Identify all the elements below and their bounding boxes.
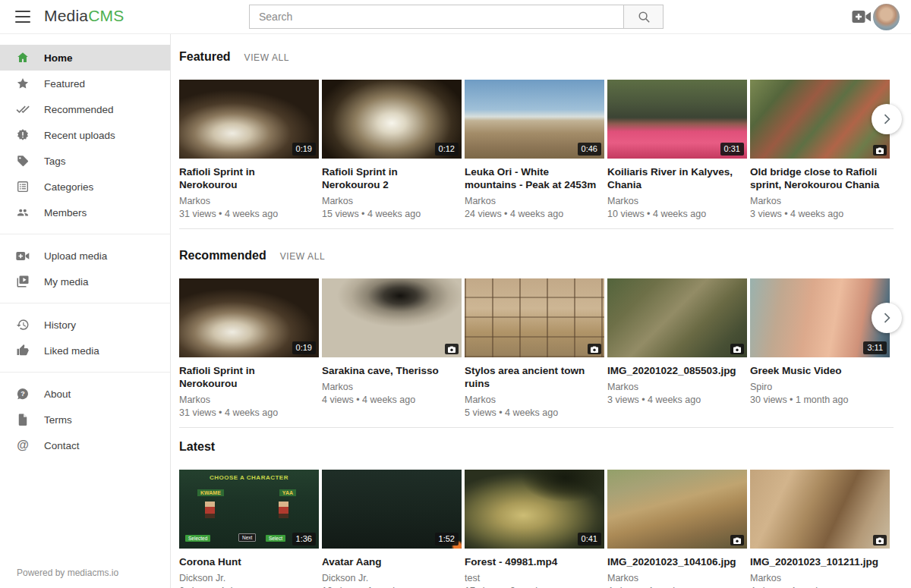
media-thumbnail[interactable]: 0:12 [322, 80, 462, 159]
media-thumbnail[interactable] [465, 278, 604, 357]
sidebar-item-categories[interactable]: Categories [0, 174, 170, 200]
sidebar-item-label: History [44, 319, 76, 331]
main-content: Featured VIEW ALL 0:19 Rafioli Sprint in… [171, 34, 911, 588]
media-author[interactable]: Markos [465, 395, 600, 405]
duration-badge: 3:11 [863, 341, 887, 354]
media-author[interactable]: Markos [607, 573, 742, 583]
media-thumbnail[interactable]: 0:46 [465, 80, 604, 159]
duration-badge: 0:41 [578, 533, 601, 546]
media-title[interactable]: Avatar Aang [322, 555, 457, 568]
search-input[interactable] [249, 5, 624, 29]
sidebar-item-featured[interactable]: Featured [0, 71, 170, 96]
duration-badge: 0:46 [578, 143, 601, 156]
media-title[interactable]: Greek Music Video [750, 364, 885, 377]
media-title[interactable]: Forest - 49981.mp4 [465, 555, 600, 568]
media-card: 0:19 Rafioli Sprint in Nerokourou Markos… [179, 278, 319, 418]
scroll-next-button[interactable] [872, 104, 902, 134]
sidebar-item-terms[interactable]: Terms [0, 407, 170, 432]
media-author[interactable]: Markos [607, 382, 742, 392]
media-title[interactable]: Rafioli Sprint in Nerokourou [179, 165, 314, 191]
media-author[interactable]: Markos [179, 395, 314, 405]
media-meta: 31 views • 4 weeks ago [179, 407, 314, 418]
sidebar-item-members[interactable]: Members [0, 200, 170, 225]
sidebar-item-contact[interactable]: @ Contact [0, 432, 170, 458]
media-author[interactable]: Markos [750, 196, 885, 206]
tag-icon [16, 154, 30, 168]
media-title[interactable]: Rafioli Sprint in Nerokourou 2 [322, 165, 457, 191]
sidebar-item-label: Tags [44, 156, 66, 167]
sidebar-item-home[interactable]: Home [0, 45, 170, 71]
duration-badge: 1:36 [292, 533, 316, 546]
media-title[interactable]: Sarakina cave, Therisso [322, 364, 457, 377]
media-author[interactable]: Markos [465, 196, 600, 206]
upload-media-button[interactable] [852, 9, 872, 27]
media-title[interactable]: Stylos area ancient town ruins [465, 364, 600, 390]
media-thumbnail[interactable] [607, 470, 747, 549]
duration-badge: 0:12 [435, 143, 459, 156]
section-title: Latest [179, 440, 215, 454]
game-button: Select [266, 535, 285, 542]
media-author[interactable]: Dickson Jr. [179, 573, 314, 583]
game-character-sprite [279, 502, 288, 518]
people-icon [16, 206, 30, 219]
media-card: 0:12 Rafioli Sprint in Nerokourou 2 Mark… [322, 80, 462, 219]
media-title[interactable]: IMG_20201022_085503.jpg [607, 364, 742, 377]
media-title[interactable]: IMG_20201023_104106.jpg [607, 555, 742, 568]
section-title: Featured [179, 50, 231, 64]
sidebar-divider [0, 303, 170, 303]
view-all-link[interactable]: VIEW ALL [244, 52, 290, 63]
star-icon [16, 77, 30, 90]
view-all-link[interactable]: VIEW ALL [280, 251, 326, 262]
media-thumbnail[interactable] [322, 278, 462, 357]
media-title[interactable]: Corona Hunt [179, 555, 314, 568]
media-author[interactable]: Markos [179, 196, 314, 206]
media-title[interactable]: Old bridge close to Rafioli sprint, Nero… [750, 165, 885, 191]
media-thumbnail[interactable]: 0:41 [465, 470, 604, 549]
media-meta: 15 views • 4 weeks ago [322, 209, 457, 219]
sidebar-item-label: Upload media [44, 250, 107, 262]
search-button[interactable] [624, 5, 664, 29]
media-author[interactable]: Markos [322, 196, 457, 206]
media-author[interactable]: Dickson Jr. [322, 573, 457, 583]
media-author[interactable]: test [465, 573, 600, 583]
media-title[interactable]: IMG_20201023_101211.jpg [750, 555, 885, 568]
sidebar-item-recommended[interactable]: Recommended [0, 96, 170, 122]
sidebar-item-recent-uploads[interactable]: Recent uploads [0, 122, 170, 148]
media-thumbnail[interactable] [750, 470, 890, 549]
game-button: Next [238, 533, 256, 542]
media-title[interactable]: Rafioli Sprint in Nerokourou [179, 364, 314, 390]
media-thumbnail[interactable]: 0:19 [179, 278, 319, 357]
sidebar-item-upload-media[interactable]: Upload media [0, 243, 170, 269]
media-author[interactable]: Markos [750, 573, 885, 583]
new-releases-icon [16, 128, 30, 142]
media-card: IMG_20201022_085503.jpg Markos 3 views •… [607, 278, 747, 418]
media-thumbnail[interactable]: CHOOSE A CHARACTER KWAME YAA Selected Ne… [179, 470, 319, 549]
media-thumbnail[interactable] [750, 80, 890, 159]
sidebar-item-label: Recent uploads [44, 130, 115, 141]
media-author[interactable]: Markos [607, 196, 742, 206]
media-thumbnail[interactable] [607, 278, 747, 357]
media-author[interactable]: Spiro [750, 382, 885, 392]
sidebar-item-about[interactable]: ? About [0, 381, 170, 407]
sidebar-item-label: About [44, 388, 71, 400]
powered-by-link[interactable]: Powered by mediacms.io [0, 568, 170, 588]
media-card: IMG_20201023_101211.jpg Markos 4 views •… [750, 470, 890, 588]
media-card: 0:19 Rafioli Sprint in Nerokourou Markos… [179, 80, 319, 219]
duration-badge: 0:19 [292, 341, 316, 354]
sidebar-item-liked-media[interactable]: Liked media [0, 338, 170, 363]
media-thumbnail[interactable]: 0:19 [179, 80, 319, 159]
media-author[interactable]: Markos [322, 382, 457, 392]
featured-section-header: Featured VIEW ALL [179, 50, 911, 64]
sidebar-item-my-media[interactable]: My media [0, 269, 170, 294]
app-logo[interactable]: MediaCMS [44, 7, 124, 25]
media-title[interactable]: Koiliaris River in Kalyves, Chania [607, 165, 742, 191]
hamburger-menu-icon[interactable] [15, 11, 30, 23]
user-avatar[interactable] [873, 4, 900, 30]
media-thumbnail[interactable]: 1:52 [322, 470, 462, 549]
media-thumbnail[interactable]: 0:31 [607, 80, 747, 159]
media-title[interactable]: Leuka Ori - White mountains - Peak at 24… [465, 165, 600, 191]
media-thumbnail[interactable]: 3:11 [750, 278, 890, 357]
sidebar-item-tags[interactable]: Tags [0, 148, 170, 174]
scroll-next-button[interactable] [872, 303, 902, 333]
sidebar-item-history[interactable]: History [0, 312, 170, 338]
